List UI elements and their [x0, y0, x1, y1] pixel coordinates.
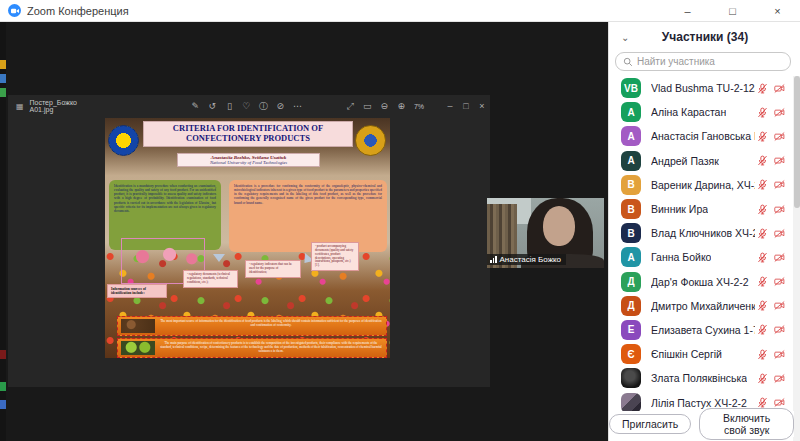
avatar: Е: [621, 320, 641, 340]
participant-row[interactable]: Д Дмитро Михайличенко: [609, 294, 793, 318]
rotate-icon[interactable]: ↺: [204, 101, 221, 111]
mic-off-icon: [757, 397, 768, 408]
participant-row[interactable]: В Влад Ключников ХЧ-2-2: [609, 221, 793, 245]
sources-label: Information sources of identification in…: [107, 284, 167, 298]
camera-off-icon: [774, 349, 785, 360]
flow-arrow: [213, 254, 225, 262]
zoom-out-icon[interactable]: ⊖: [376, 101, 393, 111]
participant-name: Елизавета Сухина 1-7: [651, 324, 755, 336]
participant-row[interactable]: A Андрей Пазяк: [609, 149, 793, 173]
scrollbar-thumb[interactable]: [794, 76, 800, 208]
participant-name: Анастасія Гановська ГС-1-7: [651, 130, 755, 142]
poster-banner-1: The most important source of information…: [117, 316, 387, 336]
mic-off-icon: [757, 349, 768, 360]
participant-name: Дмитро Михайличенко: [651, 300, 755, 312]
participant-row[interactable]: A Ганна Бойко: [609, 245, 793, 269]
desktop-icon-chip: [0, 74, 6, 83]
participant-row[interactable]: Є Єпішкін Сергій: [609, 342, 793, 366]
camera-off-icon: [774, 276, 785, 287]
fit-to-window-icon[interactable]: ▭: [359, 101, 376, 111]
avatar: [621, 393, 641, 413]
participant-name: Vlad Bushma TU-2-12A: [651, 82, 755, 94]
camera-off-icon: [774, 131, 785, 142]
source-box-2: - regulatory indicators that can be used…: [245, 260, 301, 278]
zoom-in-icon[interactable]: ⊕: [393, 101, 410, 111]
window-minimize-button[interactable]: –: [665, 0, 710, 22]
fullscreen-icon[interactable]: ⤢: [342, 101, 359, 112]
camera-off-icon: [774, 252, 785, 263]
search-input[interactable]: [637, 56, 767, 67]
poster-authors-box: Anastasiia Bozhko, Svitlana Usatiuk Nati…: [177, 153, 320, 167]
chevron-down-icon[interactable]: ⌄: [621, 32, 629, 43]
participant-row[interactable]: Злата Поляквінська: [609, 366, 793, 390]
slideshow-icon[interactable]: ⊘: [272, 101, 289, 111]
search-icon: [623, 57, 633, 67]
video-participant-name: Анастасія Божко: [500, 255, 562, 264]
camera-off-icon: [774, 204, 785, 215]
avatar: Д: [621, 272, 641, 292]
shared-screen-area: ▦ Постер_Божко А01.jpg ✎ ↺ ▯ ♡ ⓘ ⊘ ⋯ ⤢ ▭…: [0, 22, 608, 441]
participant-face: [543, 206, 575, 246]
participant-name: Дар'я Фокша ХЧ-2-2: [651, 276, 749, 288]
participant-row[interactable]: Д Дар'я Фокша ХЧ-2-2: [609, 270, 793, 294]
info-icon[interactable]: ⓘ: [255, 100, 272, 113]
participant-name: Ганна Бойко: [651, 251, 711, 263]
video-thumbnail[interactable]: Анастасія Божко: [487, 198, 604, 268]
viewer-close-button[interactable]: ×: [474, 101, 490, 111]
participant-row[interactable]: A Аліна Карастан: [609, 100, 793, 124]
poster-banner-2: The main purpose of identification of co…: [117, 338, 387, 358]
mic-off-icon: [757, 252, 768, 263]
delete-icon[interactable]: ▯: [221, 101, 238, 111]
camera-off-icon: [774, 300, 785, 311]
mic-off-icon: [757, 204, 768, 215]
nuts-photo: [121, 319, 155, 333]
mic-off-icon: [757, 324, 768, 335]
desktop-icon-chip: [0, 350, 6, 359]
participants-header: Участники (34): [609, 30, 800, 44]
participant-row[interactable]: VB Vlad Bushma TU-2-12A: [609, 76, 793, 100]
participant-row[interactable]: В Вареник Дарина, ХЧ-2-2: [609, 173, 793, 197]
poster-title: CRITERIA FOR IDENTIFICATION OF CONFECTIO…: [143, 121, 353, 147]
image-file-icon: ▦: [16, 102, 24, 111]
camera-off-icon: [774, 373, 785, 384]
participants-panel: Участники (34) ⌄ VB Vlad Bushma TU-2-12A…: [608, 22, 800, 441]
source-box-1: - regulatory documents (technical regula…: [183, 270, 238, 288]
participant-row[interactable]: В Винник Ира: [609, 197, 793, 221]
image-filename: Постер_Божко А01.jpg: [30, 99, 87, 113]
edit-icon[interactable]: ✎: [187, 101, 204, 111]
avatar: Д: [621, 296, 641, 316]
desktop-icon-chip: [0, 88, 6, 97]
mic-off-icon: [757, 155, 768, 166]
window-maximize-button[interactable]: □: [710, 0, 755, 22]
camera-off-icon: [774, 397, 785, 408]
avatar: A: [621, 247, 641, 267]
viewer-maximize-button[interactable]: □: [458, 101, 474, 111]
camera-off-icon: [774, 83, 785, 94]
mic-off-icon: [757, 228, 768, 239]
more-options-icon[interactable]: ⋯: [289, 101, 306, 111]
signal-strength-icon: [490, 256, 497, 263]
poster-definition-block-orange: Identification is a procedure for confir…: [229, 180, 387, 252]
mic-off-icon: [757, 276, 768, 287]
camera-off-icon: [774, 155, 785, 166]
mic-off-icon: [757, 300, 768, 311]
participants-scrollbar[interactable]: [793, 76, 800, 441]
window-title: Zoom Конференция: [27, 5, 129, 17]
participant-row[interactable]: A Анастасія Гановська ГС-1-7: [609, 124, 793, 148]
avatar: VB: [621, 78, 641, 98]
viewer-minimize-button[interactable]: –: [442, 101, 458, 111]
invite-button[interactable]: Пригласить: [609, 414, 691, 434]
photo-viewer-window: ▦ Постер_Божко А01.jpg ✎ ↺ ▯ ♡ ⓘ ⊘ ⋯ ⤢ ▭…: [8, 95, 490, 387]
favorite-icon[interactable]: ♡: [238, 101, 255, 111]
search-box[interactable]: [615, 52, 791, 71]
avatar: A: [621, 102, 641, 122]
zoom-app-icon: [8, 4, 21, 17]
unmute-button[interactable]: Включить свой звук: [699, 408, 794, 440]
mic-off-icon: [757, 83, 768, 94]
university-logo-left: [108, 125, 139, 156]
window-close-button[interactable]: ×: [755, 0, 800, 22]
desktop-icon-chip: [0, 60, 6, 69]
camera-off-icon: [774, 324, 785, 335]
participant-row[interactable]: Е Елизавета Сухина 1-7: [609, 318, 793, 342]
desktop-edge-sliver: [0, 22, 6, 441]
